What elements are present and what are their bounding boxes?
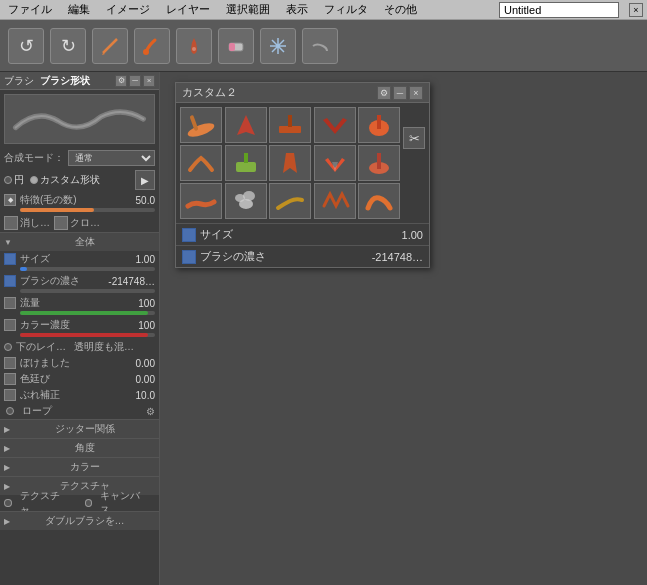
brush-thumb-14[interactable] [314, 183, 356, 219]
svg-point-10 [276, 44, 280, 48]
texture-radio[interactable] [4, 499, 12, 507]
smudge-tool-button[interactable] [302, 28, 338, 64]
fp-size-row: サイズ 1.00 [176, 223, 429, 245]
brush-thumb-6[interactable] [180, 145, 222, 181]
clone-icon [54, 216, 68, 230]
blur-row: ぼけました 0.00 [0, 355, 159, 371]
custom-shape-radio[interactable]: カスタム形状 [30, 173, 100, 187]
blend-mode-select[interactable]: 通常 [68, 150, 155, 166]
density-slider[interactable] [20, 289, 155, 293]
scissors-button[interactable]: ✂ [403, 127, 425, 149]
brush-thumb-8[interactable] [269, 145, 311, 181]
density-value: -214748… [108, 276, 155, 287]
menu-view[interactable]: 表示 [282, 2, 312, 17]
brush-thumb-2[interactable] [225, 107, 267, 143]
brush-thumb-7[interactable] [225, 145, 267, 181]
under-layer-label: 下のレイ… [16, 340, 66, 354]
svg-rect-20 [377, 153, 381, 169]
blur-label: ぼけました [20, 356, 111, 370]
panel-tab-brush[interactable]: ブラシ [4, 74, 34, 88]
clone-tool[interactable]: クロ… [54, 216, 100, 230]
brush-thumb-9[interactable] [314, 145, 356, 181]
menu-layer[interactable]: レイヤー [162, 2, 214, 17]
pencil-tool-button[interactable] [92, 28, 128, 64]
under-layer-radio[interactable] [4, 343, 12, 351]
bristles-slider[interactable] [20, 208, 155, 212]
panel-close-button[interactable]: × [143, 75, 155, 87]
density-label: ブラシの濃さ [20, 274, 104, 288]
menu-edit[interactable]: 編集 [64, 2, 94, 17]
jitter-section[interactable]: ▶ ジッター関係 [0, 419, 159, 438]
brush-panel: ブラシ ブラシ形状 ⚙ ─ × 合成モード： 通常 [0, 72, 160, 585]
menu-image[interactable]: イメージ [102, 2, 154, 17]
rope-settings-icon[interactable]: ⚙ [146, 406, 155, 417]
circle-label: 円 [14, 173, 24, 187]
shape-type-group: 円 カスタム形状 ▶ [0, 168, 159, 192]
brush-thumb-13[interactable] [269, 183, 311, 219]
all-section[interactable]: ▼ 全体 [0, 232, 159, 251]
brush-thumb-3[interactable] [269, 107, 311, 143]
stabilizer-icon [4, 389, 16, 401]
menu-filter[interactable]: フィルタ [320, 2, 372, 17]
svg-point-23 [239, 199, 253, 209]
circle-radio-icon [4, 176, 12, 184]
brush-thumb-11[interactable] [180, 183, 222, 219]
menu-select[interactable]: 選択範囲 [222, 2, 274, 17]
svg-rect-5 [229, 43, 235, 51]
brushes-grid-container: ✂ [176, 103, 429, 223]
undo-button[interactable]: ↺ [8, 28, 44, 64]
brushes-grid [176, 103, 429, 223]
brush-tool-button[interactable] [134, 28, 170, 64]
snowflake-tool-button[interactable] [260, 28, 296, 64]
all-section-label: 全体 [16, 235, 155, 249]
panel-settings-icon[interactable]: ⚙ [115, 75, 127, 87]
color-density-icon [4, 319, 16, 331]
title-box: Untitled [499, 2, 619, 18]
bristles-label: 特徴(毛の数) [20, 193, 111, 207]
brush-thumb-10[interactable] [358, 145, 400, 181]
flow-slider[interactable] [20, 311, 155, 315]
float-panel-minimize-button[interactable]: ─ [393, 86, 407, 100]
flow-value: 100 [115, 298, 155, 309]
svg-point-2 [143, 49, 149, 55]
svg-line-0 [103, 39, 117, 53]
jitter-label: ジッター関係 [14, 422, 155, 436]
close-button[interactable]: × [629, 3, 643, 17]
hue-shift-row: 色廷び 0.00 [0, 371, 159, 387]
brush-thumb-1[interactable] [180, 107, 222, 143]
play-button[interactable]: ▶ [135, 170, 155, 190]
menu-other[interactable]: その他 [380, 2, 421, 17]
main-toolbar: ↺ ↻ [0, 20, 647, 72]
color-section[interactable]: ▶ カラー [0, 457, 159, 476]
size-slider[interactable] [20, 267, 155, 271]
svg-rect-18 [244, 153, 248, 163]
panel-tab-brush-shape[interactable]: ブラシ形状 [40, 74, 90, 88]
brush-thumb-5[interactable] [358, 107, 400, 143]
angle-section[interactable]: ▶ 角度 [0, 438, 159, 457]
circle-radio[interactable]: 円 [4, 173, 24, 187]
erase-tool[interactable]: 消し… [4, 216, 50, 230]
brush-thumb-15[interactable] [358, 183, 400, 219]
panel-minimize-button[interactable]: ─ [129, 75, 141, 87]
double-brush-section[interactable]: ▶ ダブルブラシを… [0, 511, 159, 530]
redo-button[interactable]: ↻ [50, 28, 86, 64]
hue-shift-value: 0.00 [115, 374, 155, 385]
erase-icon [4, 216, 18, 230]
color-density-slider[interactable] [20, 333, 155, 337]
eraser-tool-button[interactable] [218, 28, 254, 64]
stabilizer-label: ぶれ補正 [20, 388, 111, 402]
rope-radio[interactable] [6, 407, 14, 415]
color-density-value: 100 [115, 320, 155, 331]
float-panel-close-button[interactable]: × [409, 86, 423, 100]
brush-thumb-4[interactable] [314, 107, 356, 143]
fp-size-value: 1.00 [402, 229, 423, 241]
float-panel-settings-icon[interactable]: ⚙ [377, 86, 391, 100]
menu-file[interactable]: ファイル [4, 2, 56, 17]
custom-brush-panel: カスタム２ ⚙ ─ × ✂ [175, 82, 430, 268]
brush-thumb-12[interactable] [225, 183, 267, 219]
svg-point-3 [192, 47, 196, 51]
canvas-radio[interactable] [85, 499, 93, 507]
fp-density-row: ブラシの濃さ -214748… [176, 245, 429, 267]
airbrush-tool-button[interactable] [176, 28, 212, 64]
under-layer-row: 下のレイ… 透明度も混… [0, 339, 159, 355]
